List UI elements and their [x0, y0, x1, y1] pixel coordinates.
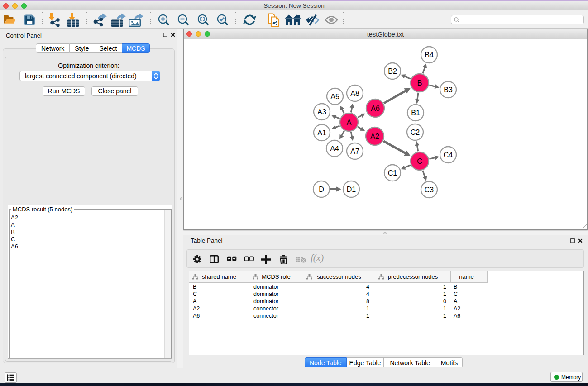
svg-text:A5: A5	[330, 93, 339, 100]
svg-text:A: A	[347, 119, 352, 126]
svg-text:C3: C3	[425, 186, 434, 194]
svg-text:D1: D1	[347, 186, 356, 193]
svg-text:C2: C2	[411, 129, 420, 136]
svg-text:C: C	[417, 157, 422, 165]
svg-text:A7: A7	[350, 148, 359, 155]
svg-text:C1: C1	[388, 169, 397, 177]
svg-text:A3: A3	[317, 108, 326, 116]
svg-text:B2: B2	[388, 67, 397, 75]
svg-text:D: D	[319, 186, 324, 193]
svg-text:B1: B1	[411, 109, 420, 117]
svg-text:B: B	[417, 79, 422, 87]
svg-text:B4: B4	[425, 51, 434, 59]
svg-text:C4: C4	[444, 151, 453, 159]
svg-text:B3: B3	[444, 86, 453, 94]
svg-text:A4: A4	[330, 145, 339, 152]
svg-text:A1: A1	[317, 129, 326, 137]
svg-text:A8: A8	[350, 90, 359, 97]
svg-text:A6: A6	[371, 105, 380, 112]
svg-text:A2: A2	[370, 133, 379, 140]
